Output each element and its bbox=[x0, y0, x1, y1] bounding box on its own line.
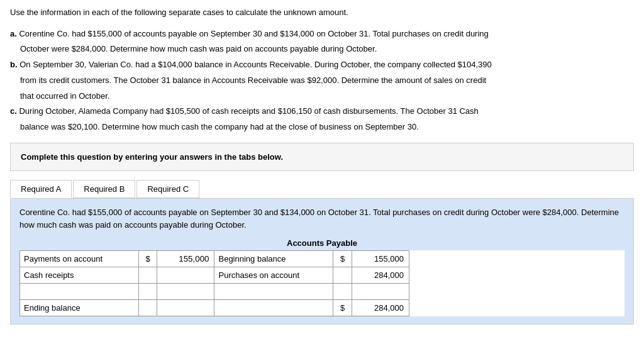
tab-required-a[interactable]: Required A bbox=[10, 180, 72, 198]
right-label-2 bbox=[214, 284, 333, 300]
problem-b: b. On September 30, Valerian Co. had a $… bbox=[10, 58, 634, 72]
right-amount-2[interactable] bbox=[352, 284, 409, 300]
ending-label-right bbox=[214, 300, 333, 316]
right-amount-0: 155,000 bbox=[352, 251, 409, 267]
tabs-row: Required A Required B Required C bbox=[10, 180, 634, 198]
left-amount-2[interactable] bbox=[157, 284, 214, 300]
left-amount-0[interactable] bbox=[157, 251, 214, 267]
right-label-0: Beginning balance bbox=[214, 251, 333, 267]
problem-b2: from its credit customers. The October 3… bbox=[10, 74, 634, 87]
right-dollar-2 bbox=[333, 284, 352, 300]
ending-amount-right: 284,000 bbox=[352, 300, 409, 316]
intro-text: Use the information in each of the follo… bbox=[10, 6, 634, 19]
problem-c: c. During October, Alameda Company had $… bbox=[10, 105, 634, 118]
right-dollar-0: $ bbox=[333, 251, 352, 267]
complete-box: Complete this question by entering your … bbox=[10, 143, 634, 171]
left-amount-1[interactable] bbox=[157, 267, 214, 284]
right-label-1: Purchases on account bbox=[214, 267, 333, 284]
tab-required-b[interactable]: Required B bbox=[73, 180, 135, 198]
left-dollar-2 bbox=[138, 284, 157, 300]
left-label-0: Payments on account bbox=[20, 251, 139, 267]
tab-description: Corentine Co. had $155,000 of accounts p… bbox=[19, 206, 625, 231]
ending-row: Ending balance $ 284,000 bbox=[20, 300, 409, 316]
left-dollar-0: $ bbox=[138, 251, 157, 267]
problem-b3: that occurred in October. bbox=[10, 90, 634, 103]
ending-amount-left[interactable] bbox=[157, 300, 214, 316]
ending-dollar-left bbox=[138, 300, 157, 316]
table-row: Payments on account $ Beginning balance … bbox=[20, 251, 409, 267]
right-amount-1: 284,000 bbox=[352, 267, 409, 284]
table-row bbox=[20, 284, 409, 300]
ap-table: Payments on account $ Beginning balance … bbox=[19, 250, 409, 316]
left-dollar-1 bbox=[138, 267, 157, 284]
right-dollar-1 bbox=[333, 267, 352, 284]
problem-a: a. Corentine Co. had $155,000 of account… bbox=[10, 28, 634, 41]
problem-a2: October were $284,000. Determine how muc… bbox=[10, 43, 634, 56]
table-row: Cash receipts Purchases on account 284,0… bbox=[20, 267, 409, 284]
problem-text: a. Corentine Co. had $155,000 of account… bbox=[10, 28, 634, 135]
ending-label: Ending balance bbox=[20, 300, 139, 316]
tab-content-wrapper: Corentine Co. had $155,000 of accounts p… bbox=[10, 198, 634, 325]
left-label-1: Cash receipts bbox=[20, 267, 139, 284]
tab-required-c[interactable]: Required C bbox=[136, 180, 199, 198]
ending-dollar-right: $ bbox=[333, 300, 352, 316]
left-label-2 bbox=[20, 284, 139, 300]
problem-c2: balance was $20,100. Determine how much … bbox=[10, 121, 634, 134]
ap-table-wrapper: Accounts Payable Payments on account $ B… bbox=[19, 238, 625, 316]
ap-table-title: Accounts Payable bbox=[19, 238, 625, 250]
